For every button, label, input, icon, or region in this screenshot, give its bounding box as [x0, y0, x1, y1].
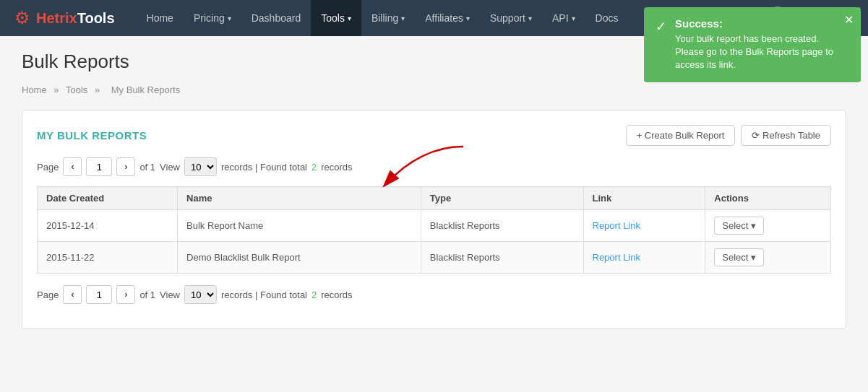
notification-title: Success: — [675, 17, 849, 30]
records-count-bottom: 2 — [311, 289, 317, 300]
api-dropdown-icon: ▾ — [572, 14, 575, 22]
nav-menu: Home Pricing ▾ Dashboard Tools ▾ Billing… — [137, 0, 629, 36]
view-label-bottom: View — [160, 289, 180, 300]
breadcrumb-tools[interactable]: Tools — [66, 84, 87, 95]
nav-home[interactable]: Home — [137, 0, 184, 36]
breadcrumb-home[interactable]: Home — [22, 84, 47, 95]
breadcrumb-sep1: » — [53, 84, 59, 95]
nav-tools[interactable]: Tools ▾ — [311, 0, 361, 36]
row2-link: Report Link — [583, 242, 705, 274]
nav-support[interactable]: Support ▾ — [480, 0, 542, 36]
page-label-top: Page — [37, 162, 59, 173]
row2-report-link[interactable]: Report Link — [593, 252, 640, 263]
page-content: Bulk Reports Home » Tools » My Bulk Repo… — [0, 36, 868, 344]
table-header: Date Created Name Type Link Actions — [38, 187, 831, 210]
next-page-bottom[interactable]: › — [116, 285, 135, 304]
row2-date: 2015-11-22 — [38, 242, 178, 274]
view-label-top: View — [160, 162, 180, 173]
nav-api[interactable]: API ▾ — [542, 0, 585, 36]
select-dropdown-icon2: ▾ — [751, 252, 756, 263]
col-date: Date Created — [38, 187, 178, 210]
row2-type: Blacklist Reports — [421, 242, 583, 274]
tools-dropdown-icon: ▾ — [348, 14, 351, 22]
pagination-top: Page ‹ › of 1 View 10 25 50 records | Fo… — [37, 157, 831, 176]
col-name: Name — [178, 187, 421, 210]
support-dropdown-icon: ▾ — [528, 14, 532, 22]
affiliates-dropdown-icon: ▾ — [466, 14, 470, 22]
breadcrumb-sep2: » — [95, 84, 100, 95]
records-label-bottom: records | Found total — [221, 289, 307, 300]
row1-type: Blacklist Reports — [421, 210, 583, 242]
nav-dashboard[interactable]: Dashboard — [241, 0, 311, 36]
row2-select-button[interactable]: Select ▾ — [714, 248, 764, 266]
create-bulk-report-button[interactable]: + Create Bulk Report — [626, 125, 736, 146]
of-label-bottom: of 1 — [139, 289, 155, 300]
bulk-reports-table: Date Created Name Type Link Actions 2015… — [37, 186, 831, 274]
pagination-bottom: Page ‹ › of 1 View 10 25 50 records | Fo… — [37, 285, 831, 304]
breadcrumb: Home » Tools » My Bulk Reports — [22, 84, 846, 95]
card-title: MY BULK REPORTS — [37, 129, 147, 141]
page-label-bottom: Page — [37, 289, 59, 300]
notification-body: Your bulk report has been created. Pleas… — [675, 32, 849, 72]
col-link: Link — [583, 187, 705, 210]
logo-text: HetrixTools — [36, 10, 115, 27]
records-label-top: records | Found total — [221, 162, 307, 173]
close-icon[interactable]: ✕ — [844, 13, 854, 27]
nav-docs[interactable]: Docs — [585, 0, 629, 36]
success-notification: ✓ Success: Your bulk report has been cre… — [644, 7, 861, 82]
row1-actions: Select ▾ — [705, 210, 831, 242]
view-select-top[interactable]: 10 25 50 — [184, 157, 217, 176]
bulk-reports-card: MY BULK REPORTS + Create Bulk Report ⟳ R… — [22, 110, 846, 329]
prev-page-top[interactable]: ‹ — [63, 157, 82, 176]
records-word-bottom: records — [321, 289, 352, 300]
logo[interactable]: ⚙ HetrixTools — [14, 8, 115, 28]
table-row: 2015-11-22 Demo Blacklist Bulk Report Bl… — [38, 242, 831, 274]
nav-affiliates[interactable]: Affiliates ▾ — [415, 0, 480, 36]
card-header: MY BULK REPORTS + Create Bulk Report ⟳ R… — [37, 125, 831, 146]
row1-date: 2015-12-14 — [38, 210, 178, 242]
row1-report-link[interactable]: Report Link — [593, 220, 640, 231]
breadcrumb-current: My Bulk Reports — [111, 84, 180, 95]
nav-billing[interactable]: Billing ▾ — [361, 0, 415, 36]
table-container: Date Created Name Type Link Actions 2015… — [37, 186, 831, 274]
prev-page-bottom[interactable]: ‹ — [63, 285, 82, 304]
row1-link: Report Link — [583, 210, 705, 242]
billing-dropdown-icon: ▾ — [401, 14, 405, 22]
records-word-top: records — [321, 162, 352, 173]
select-dropdown-icon: ▾ — [751, 220, 756, 231]
table-body: 2015-12-14 Bulk Report Name Blacklist Re… — [38, 210, 831, 274]
row2-name: Demo Blacklist Bulk Report — [178, 242, 421, 274]
notification-content: Success: Your bulk report has been creat… — [675, 17, 849, 72]
refresh-table-button[interactable]: ⟳ Refresh Table — [741, 125, 831, 146]
records-count-top: 2 — [311, 162, 317, 173]
check-icon: ✓ — [656, 19, 666, 35]
next-page-top[interactable]: › — [116, 157, 135, 176]
col-actions: Actions — [705, 187, 831, 210]
logo-icon: ⚙ — [14, 8, 30, 28]
pricing-dropdown-icon: ▾ — [228, 14, 231, 22]
table-row: 2015-12-14 Bulk Report Name Blacklist Re… — [38, 210, 831, 242]
card-actions: + Create Bulk Report ⟳ Refresh Table — [626, 125, 831, 146]
of-label-top: of 1 — [139, 162, 155, 173]
page-number-top[interactable] — [86, 157, 112, 176]
nav-pricing[interactable]: Pricing ▾ — [184, 0, 241, 36]
row2-actions: Select ▾ — [705, 242, 831, 274]
row1-name: Bulk Report Name — [178, 210, 421, 242]
page-number-bottom[interactable] — [86, 285, 112, 304]
col-type: Type — [421, 187, 583, 210]
row1-select-button[interactable]: Select ▾ — [714, 217, 764, 235]
view-select-bottom[interactable]: 10 25 50 — [184, 285, 217, 304]
